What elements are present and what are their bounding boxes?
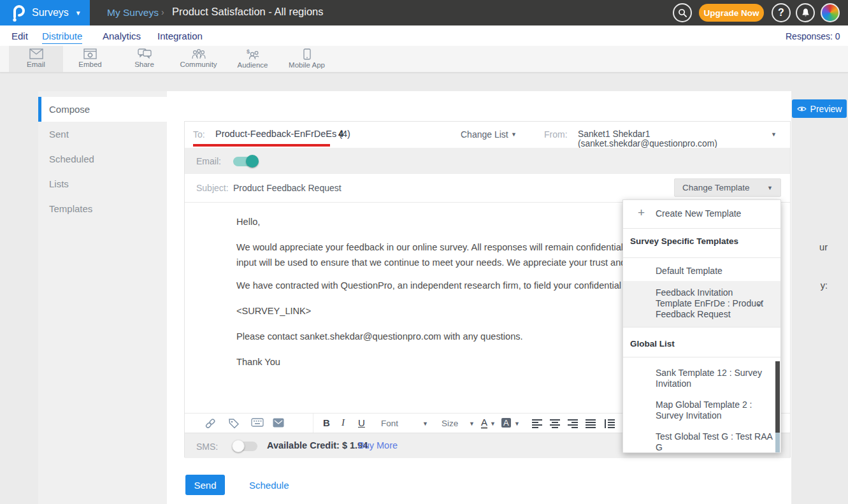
nav-tab-analytics[interactable]: Analytics — [103, 31, 141, 41]
align-center-icon[interactable] — [550, 419, 561, 428]
from-label: From: — [544, 129, 568, 140]
upgrade-now-button[interactable]: Upgrade Now — [699, 4, 764, 22]
email-toggle[interactable] — [233, 157, 257, 166]
distribute-channel-bar: Email Embed Share — [0, 46, 848, 73]
change-template-label: Change Template — [682, 183, 750, 192]
template-item-selected-label: Feedback Invitation Template EnFrDe : Pr… — [656, 287, 769, 320]
background-color-button[interactable]: A — [501, 418, 511, 428]
keyboard-icon[interactable] — [251, 418, 264, 427]
nav-tab-integration[interactable]: Integration — [157, 31, 203, 41]
envelope-icon — [29, 48, 43, 59]
toolbar-divider — [313, 414, 313, 433]
channel-tab-email[interactable]: Email — [9, 46, 63, 72]
channel-tab-label: Community — [180, 61, 217, 68]
available-credit-label: Available Credit: $ 1.94 — [267, 440, 368, 450]
sidebar-item-sent[interactable]: Sent — [38, 122, 167, 147]
notifications-button[interactable] — [796, 3, 815, 22]
schedule-link[interactable]: Schedule — [249, 480, 289, 491]
sidebar-item-lists[interactable]: Lists — [38, 171, 167, 196]
channel-tab-label: Audience — [238, 61, 268, 69]
sidebar-item-templates[interactable]: Templates — [38, 196, 167, 221]
breadcrumb-separator: › — [161, 7, 164, 17]
top-bar: Surveys ▼ My Surveys › Product Satisfact… — [0, 0, 848, 25]
email-toggle-label: Email: — [196, 156, 221, 166]
to-list-value[interactable]: Product-Feedback-EnFrDeEs (4) — [215, 129, 350, 139]
toggle-knob — [246, 155, 259, 168]
indent-icon[interactable] — [604, 419, 615, 428]
send-button[interactable]: Send — [185, 475, 225, 495]
help-button[interactable]: ? — [772, 3, 791, 22]
subject-row: Subject: Product Feedback Request Change… — [185, 174, 790, 203]
questionpro-logo — [10, 4, 27, 22]
create-new-template-item[interactable]: + Create New Template — [623, 200, 780, 227]
user-avatar[interactable] — [821, 3, 840, 22]
checkmark-icon: ✓ — [756, 297, 765, 310]
font-size-select[interactable]: Size — [442, 419, 458, 428]
channel-tab-embed[interactable]: Embed — [63, 46, 117, 72]
insert-link-icon[interactable] — [204, 418, 217, 429]
sms-toggle-label: SMS: — [196, 442, 218, 452]
search-button[interactable] — [673, 3, 692, 22]
channel-tab-label: Share — [134, 61, 154, 68]
sidebar-item-scheduled[interactable]: Scheduled — [38, 147, 167, 171]
preview-button[interactable]: Preview — [792, 99, 847, 118]
chevron-down-icon[interactable]: ▼ — [514, 421, 520, 427]
bell-icon — [801, 8, 810, 18]
chevron-down-icon: ▼ — [75, 10, 82, 17]
subject-value[interactable]: Product Feedback Request — [233, 183, 341, 193]
embed-window-icon — [83, 48, 97, 59]
text-color-button[interactable]: A — [481, 417, 487, 429]
template-item-global[interactable]: Map Global Template 2 : Survey Invitatio… — [656, 400, 773, 421]
body-line-fragment: y: — [821, 280, 828, 291]
to-label: To: — [193, 129, 205, 140]
email-preview-icon[interactable] — [273, 418, 284, 428]
product-name: Surveys — [32, 7, 69, 18]
dropdown-divider — [623, 228, 780, 229]
survey-specific-templates-header: Survey Specific Templates — [630, 236, 738, 246]
chevron-down-icon[interactable]: ▼ — [490, 421, 496, 427]
template-item-global[interactable]: Test Global Test G : Test RAA G — [656, 431, 773, 452]
template-item-default[interactable]: Default Template — [656, 266, 773, 277]
audience-dollar-icon: $ — [245, 48, 261, 60]
nav-tab-edit[interactable]: Edit — [11, 31, 28, 41]
channel-tab-community[interactable]: Community — [171, 46, 226, 72]
to-row: To: Product-Feedback-EnFrDeEs (4) 4 Chan… — [185, 122, 790, 148]
email-sidebar: Compose Sent Scheduled Lists Templates — [38, 91, 167, 504]
chevron-down-icon[interactable]: ▼ — [422, 421, 428, 427]
chevron-down-icon[interactable]: ▼ — [771, 131, 777, 138]
responses-count: Responses: 0 — [786, 31, 840, 41]
breadcrumb-my-surveys[interactable]: My Surveys — [107, 7, 159, 18]
chevron-down-icon[interactable]: ▼ — [469, 421, 475, 427]
sms-toggle[interactable] — [233, 442, 257, 451]
question-mark-icon: ? — [778, 7, 784, 18]
bold-button[interactable]: B — [323, 417, 330, 428]
change-template-button[interactable]: Change Template ▼ — [674, 178, 781, 197]
nav-tab-distribute[interactable]: Distribute — [42, 31, 82, 44]
channel-tab-mobile-app[interactable]: Mobile App — [280, 46, 334, 72]
search-icon — [678, 8, 687, 18]
merge-tag-icon[interactable] — [228, 418, 240, 429]
dropdown-divider — [623, 327, 780, 328]
global-templates-scroll-area[interactable]: Sank Template 12 : Survey Invitation Map… — [623, 357, 780, 452]
change-list-button[interactable]: Change List — [461, 129, 508, 140]
channel-tab-audience[interactable]: $ Audience — [226, 46, 280, 72]
dropdown-scrollbar-thumb[interactable] — [775, 361, 780, 433]
font-family-select[interactable]: Font — [381, 419, 398, 428]
underline-button[interactable]: U — [358, 417, 365, 428]
product-switcher[interactable]: Surveys ▼ — [0, 0, 90, 25]
justify-icon[interactable] — [586, 419, 596, 428]
eye-icon — [797, 106, 807, 112]
sidebar-item-compose[interactable]: Compose — [38, 97, 167, 122]
plus-icon: + — [638, 206, 645, 220]
chevron-down-icon[interactable]: ▼ — [511, 131, 517, 138]
align-left-icon[interactable] — [532, 419, 543, 428]
community-people-icon — [191, 48, 206, 59]
template-item-global[interactable]: Sank Template 12 : Survey Invitation — [656, 368, 773, 389]
align-right-icon[interactable] — [568, 419, 579, 428]
global-list-header: Global List — [630, 339, 675, 349]
app-screen: Surveys ▼ My Surveys › Product Satisfact… — [0, 0, 848, 504]
channel-tab-share[interactable]: Share — [117, 46, 171, 72]
from-sender-value[interactable]: Sanket1 Shekdar1 (sanket.shekdar@questio… — [578, 129, 790, 148]
buy-more-link[interactable]: Buy More — [358, 440, 398, 450]
italic-button[interactable]: I — [341, 417, 345, 428]
